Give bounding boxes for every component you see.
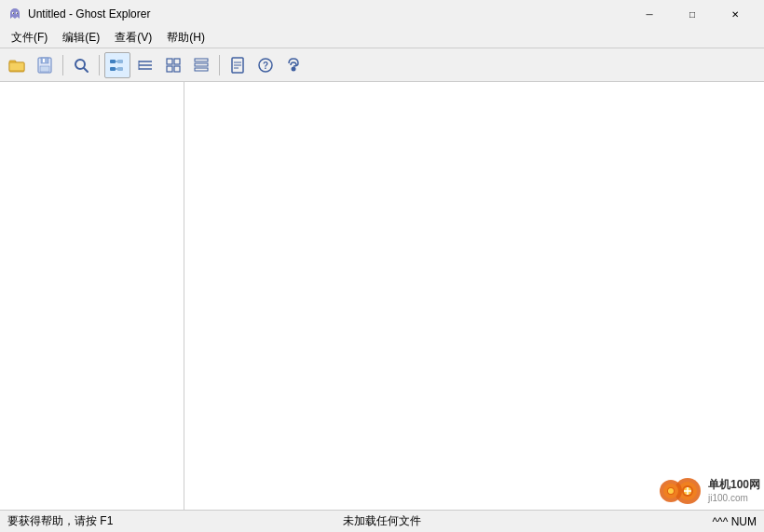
search-button[interactable] [68, 52, 94, 78]
right-panel[interactable] [184, 82, 764, 510]
separator-3 [219, 55, 220, 75]
svg-rect-29 [174, 66, 180, 72]
menu-view[interactable]: 查看(V) [107, 28, 159, 48]
minimize-button[interactable]: ─ [628, 0, 671, 28]
status-help-text: 要获得帮助，请按 F1 [7, 513, 257, 529]
svg-rect-17 [110, 67, 116, 71]
menu-bar: 文件(F) 编辑(E) 查看(V) 帮助(H) [0, 28, 764, 48]
about-button[interactable] [280, 52, 307, 78]
svg-rect-12 [40, 66, 49, 72]
title-bar: Untitled - Ghost Explorer ─ □ ✕ [0, 0, 764, 28]
status-right: ^^^ NUM [507, 515, 757, 528]
menu-edit[interactable]: 编辑(E) [55, 28, 107, 48]
help-button[interactable]: ? [252, 52, 279, 78]
svg-rect-16 [110, 60, 116, 63]
app-icon [7, 7, 22, 21]
save-button[interactable] [32, 52, 58, 78]
svg-point-5 [13, 13, 14, 14]
about-icon [284, 56, 303, 75]
svg-rect-31 [195, 63, 208, 66]
left-panel[interactable] [0, 82, 184, 510]
status-bar: 要获得帮助，请按 F1 未加载任何文件 ^^^ NUM [0, 510, 764, 532]
window-title: Untitled - Ghost Explorer [28, 7, 150, 20]
svg-rect-18 [117, 60, 123, 63]
svg-point-39 [292, 66, 296, 71]
properties-icon [228, 56, 247, 75]
toolbar: ? [0, 48, 764, 82]
folder-open-icon [7, 56, 26, 75]
svg-text:?: ? [263, 61, 268, 71]
svg-point-6 [17, 13, 18, 14]
svg-rect-9 [9, 62, 24, 71]
view-tree-button[interactable] [104, 52, 130, 78]
view-grid-icon [164, 56, 183, 75]
title-bar-left: Untitled - Ghost Explorer [7, 7, 150, 21]
view-list-icon [136, 56, 155, 75]
main-content [0, 82, 764, 510]
svg-rect-27 [174, 59, 180, 64]
properties-button[interactable] [225, 52, 251, 78]
menu-help[interactable]: 帮助(H) [159, 28, 212, 48]
svg-line-15 [84, 68, 88, 72]
close-button[interactable]: ✕ [714, 0, 757, 28]
view-list-button[interactable] [132, 52, 158, 78]
open-folder-button[interactable] [4, 52, 30, 78]
title-bar-controls: ─ □ ✕ [628, 0, 757, 28]
keyboard-status: ^^^ NUM [712, 515, 757, 528]
svg-rect-32 [195, 68, 208, 71]
svg-rect-13 [43, 59, 45, 62]
maximize-button[interactable]: □ [671, 0, 714, 28]
svg-rect-28 [167, 66, 172, 72]
view-detail-button[interactable] [188, 52, 214, 78]
separator-1 [62, 55, 63, 75]
search-icon [72, 56, 90, 75]
menu-file[interactable]: 文件(F) [4, 28, 55, 48]
view-grid-button[interactable] [160, 52, 186, 78]
svg-rect-26 [167, 59, 172, 64]
help-icon: ? [256, 56, 275, 75]
separator-2 [99, 55, 100, 75]
save-icon [35, 56, 54, 75]
status-file-status: 未加载任何文件 [257, 513, 507, 529]
view-detail-icon [192, 56, 211, 75]
view-tree-icon [108, 56, 127, 75]
svg-rect-30 [195, 59, 208, 61]
svg-rect-19 [117, 67, 123, 71]
